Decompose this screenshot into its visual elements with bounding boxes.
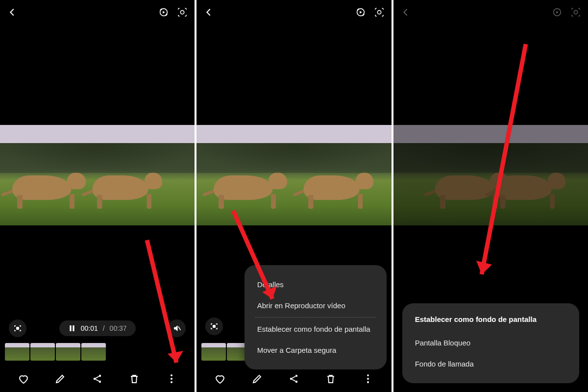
menu-divider	[255, 317, 376, 318]
svg-line-10	[95, 376, 98, 378]
thumbnail[interactable]	[201, 343, 226, 361]
thumbnail[interactable]	[81, 343, 106, 361]
dialog-title: Establecer como fondo de pantalla	[413, 312, 568, 332]
svg-line-24	[292, 376, 295, 378]
more-options-menu: Detalles Abrir en Reproductor vídeo Esta…	[245, 265, 387, 369]
pause-icon[interactable]	[68, 324, 76, 332]
menu-item-open-player[interactable]: Abrir en Reproductor vídeo	[255, 295, 376, 316]
bixby-vision-icon[interactable]	[374, 7, 385, 18]
total-time: 00:37	[110, 324, 127, 332]
wallpaper-dialog: Establecer como fondo de pantalla Pantal…	[402, 303, 579, 383]
more-icon[interactable]	[362, 373, 374, 385]
delete-icon[interactable]	[325, 373, 337, 385]
svg-rect-3	[17, 327, 19, 330]
bottom-action-bar	[196, 366, 391, 392]
current-time: 00:01	[81, 324, 98, 332]
svg-point-12	[171, 374, 172, 376]
svg-line-11	[95, 379, 98, 381]
svg-point-9	[98, 381, 100, 383]
menu-item-details[interactable]: Detalles	[255, 274, 376, 295]
video-frame	[393, 125, 588, 225]
favorite-icon[interactable]	[18, 373, 29, 385]
top-bar	[393, 0, 588, 24]
share-icon[interactable]	[92, 373, 103, 385]
svg-point-8	[98, 375, 100, 377]
svg-point-26	[367, 374, 369, 376]
mute-icon[interactable]	[168, 319, 186, 337]
delete-icon[interactable]	[128, 373, 140, 385]
screenshot-step-1: 00:01 / 00:37	[0, 0, 195, 392]
video-frame[interactable]	[0, 125, 195, 225]
edit-icon[interactable]	[251, 373, 263, 385]
svg-point-27	[367, 378, 369, 380]
menu-item-set-wallpaper[interactable]: Establecer como fondo de pantalla	[255, 318, 376, 340]
svg-line-25	[292, 379, 295, 381]
capture-frame-icon[interactable]	[205, 318, 223, 335]
remaster-icon[interactable]	[158, 7, 169, 18]
svg-line-6	[178, 326, 181, 330]
back-icon	[400, 7, 411, 18]
video-frame[interactable]	[196, 125, 391, 225]
svg-rect-5	[73, 325, 74, 331]
capture-frame-icon[interactable]	[9, 319, 26, 337]
top-bar	[0, 0, 195, 24]
thumbnail[interactable]	[5, 343, 29, 361]
bottom-action-bar	[0, 366, 195, 392]
svg-point-19	[377, 10, 381, 14]
svg-point-13	[171, 378, 172, 380]
svg-point-22	[295, 375, 297, 377]
edit-icon[interactable]	[54, 373, 66, 385]
bixby-vision-icon	[570, 7, 581, 18]
top-bar	[196, 0, 391, 24]
thumbnail[interactable]	[30, 343, 55, 361]
time-separator: /	[103, 324, 105, 332]
favorite-icon[interactable]	[214, 373, 226, 385]
svg-marker-1	[163, 11, 165, 14]
thumbnail[interactable]	[56, 343, 80, 361]
svg-point-2	[181, 10, 184, 14]
svg-point-23	[295, 381, 297, 383]
screenshot-step-2: Detalles Abrir en Reproductor vídeo Esta…	[196, 0, 391, 392]
back-icon[interactable]	[203, 7, 214, 18]
svg-point-28	[367, 381, 369, 383]
remaster-icon	[552, 7, 563, 18]
svg-point-14	[171, 381, 172, 383]
option-lock-screen[interactable]: Pantalla Bloqueo	[413, 332, 568, 353]
thumbnail-strip[interactable]	[0, 343, 195, 363]
option-call-background[interactable]: Fondo de llamada	[413, 353, 568, 374]
playback-bar: 00:01 / 00:37	[0, 319, 195, 337]
remaster-icon[interactable]	[355, 7, 366, 18]
playback-controls[interactable]: 00:01 / 00:37	[59, 320, 136, 336]
svg-marker-32	[556, 11, 559, 14]
svg-point-33	[574, 10, 577, 14]
share-icon[interactable]	[288, 373, 300, 385]
svg-rect-20	[213, 325, 216, 328]
svg-rect-4	[70, 325, 71, 331]
svg-marker-35	[476, 261, 492, 274]
menu-item-move-secure[interactable]: Mover a Carpeta segura	[255, 340, 376, 361]
screenshot-step-3: Establecer como fondo de pantalla Pantal…	[393, 0, 588, 392]
back-icon[interactable]	[7, 7, 18, 18]
more-icon[interactable]	[166, 373, 177, 385]
svg-marker-18	[360, 11, 362, 14]
bixby-vision-icon[interactable]	[177, 7, 188, 18]
